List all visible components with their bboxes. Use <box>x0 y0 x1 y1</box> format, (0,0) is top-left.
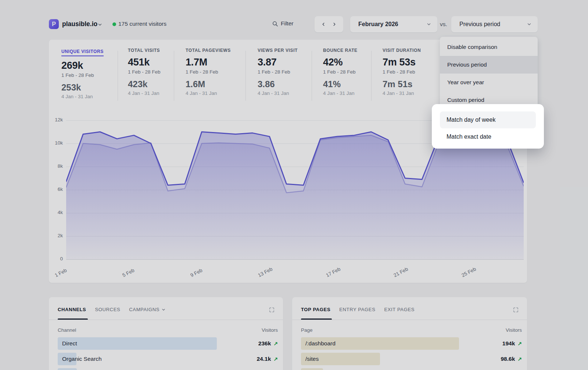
stat-prev-period: 4 Jan - 31 Jan <box>186 90 246 96</box>
chevron-down-icon <box>527 22 532 27</box>
table-row[interactable] <box>58 368 278 370</box>
stat-total-visits[interactable]: TOTAL VISITS451k1 Feb - 28 Feb423k4 Jan … <box>128 48 189 96</box>
stat-prev-period: 4 Jan - 31 Jan <box>61 94 122 99</box>
row-visitors: 98.6k↗ <box>501 356 522 362</box>
stat-label: UNIQUE VISITORS <box>61 49 104 56</box>
site-chevron-down-icon[interactable] <box>97 22 103 27</box>
row-bar <box>58 368 77 370</box>
stat-prev-period: 4 Jan - 31 Jan <box>258 90 318 96</box>
plausible-dashboard: P plausible.io 175 current visitors Filt… <box>0 0 588 370</box>
stat-views-per-visit[interactable]: VIEWS PER VISIT3.871 Feb - 28 Feb3.864 J… <box>258 48 318 96</box>
menu-item-year-over-year[interactable]: Year over year <box>440 74 538 91</box>
filter-label: Filter <box>281 20 293 27</box>
pages-tabs: TOP PAGESENTRY PAGESEXIT PAGES <box>301 307 415 312</box>
search-icon <box>272 21 278 27</box>
date-range-dropdown[interactable]: February 2026 <box>350 16 437 32</box>
stat-label: BOUNCE RATE <box>323 48 384 53</box>
stat-period: 1 Feb - 28 Feb <box>323 69 384 75</box>
row-label: /:dashboard <box>305 340 336 347</box>
stats-divider <box>118 51 118 101</box>
y-tick-label: 2k <box>49 233 63 238</box>
date-nav-group <box>315 16 343 32</box>
next-period-arrow-button[interactable] <box>332 22 337 27</box>
stat-visit-duration[interactable]: VISIT DURATION7m 53s1 Feb - 28 Feb7m 51s… <box>383 48 443 96</box>
popup-item-match-exact-date[interactable]: Match exact date <box>440 128 536 145</box>
stat-value: 42% <box>323 57 384 68</box>
chevron-down-icon <box>426 22 431 27</box>
table-columns: Channel Visitors <box>58 327 278 333</box>
current-visitors-count[interactable]: 175 current visitors <box>118 21 166 27</box>
trend-up-icon: ↗ <box>517 341 522 346</box>
tab-campaigns[interactable]: CAMPAIGNS <box>129 307 166 312</box>
table-row[interactable]: Direct236k↗ <box>58 337 278 350</box>
table-columns: Page Visitors <box>301 327 522 333</box>
chevron-down-icon <box>161 307 166 312</box>
vs-label: vs. <box>440 21 447 28</box>
pages-panel: TOP PAGESENTRY PAGESEXIT PAGES Page Visi… <box>292 297 527 370</box>
stat-period: 1 Feb - 28 Feb <box>383 69 443 75</box>
x-tick-label: 17 Feb <box>325 266 341 278</box>
stat-total-pageviews[interactable]: TOTAL PAGEVIEWS1.7M1 Feb - 28 Feb1.6M4 J… <box>186 48 246 96</box>
table-row[interactable]: Organic Search24.1k↗ <box>58 353 278 365</box>
stat-prev-period: 4 Jan - 31 Jan <box>128 90 189 96</box>
tab-sources[interactable]: SOURCES <box>95 307 120 312</box>
stat-label: TOTAL PAGEVIEWS <box>186 48 246 53</box>
x-tick-label: 1 Feb <box>54 267 68 278</box>
stat-prev-value: 3.86 <box>258 79 318 89</box>
column-visitors: Visitors <box>262 327 278 333</box>
stat-value: 3.87 <box>258 57 318 68</box>
stat-bounce-rate[interactable]: BOUNCE RATE42%1 Feb - 28 Feb41%4 Jan - 3… <box>323 48 384 96</box>
stat-prev-value: 423k <box>128 79 189 89</box>
popup-item-match-day-of-week[interactable]: Match day of week <box>440 111 536 128</box>
pages-table: /:dashboard194k↗/sites98.6k↗ <box>301 337 522 370</box>
stats-divider <box>174 51 174 101</box>
tab-label: CAMPAIGNS <box>129 307 159 312</box>
stat-prev-period: 4 Jan - 31 Jan <box>383 90 443 96</box>
tab-exit-pages[interactable]: EXIT PAGES <box>384 307 415 312</box>
table-row[interactable]: /sites98.6k↗ <box>301 353 522 365</box>
filter-button[interactable]: Filter <box>272 20 293 27</box>
row-visitors: 236k↗ <box>258 340 278 347</box>
site-name[interactable]: plausible.io <box>62 20 97 28</box>
channels-tabs: CHANNELSSOURCESCAMPAIGNS <box>58 307 166 312</box>
fullscreen-icon[interactable] <box>269 307 275 313</box>
stat-prev-period: 4 Jan - 31 Jan <box>323 90 384 96</box>
trend-up-icon: ↗ <box>273 356 278 362</box>
stat-prev-value: 253k <box>61 82 122 93</box>
tab-entry-pages[interactable]: ENTRY PAGES <box>339 307 375 312</box>
x-tick-label: 9 Feb <box>189 267 203 278</box>
tab-channels[interactable]: CHANNELS <box>58 307 86 312</box>
channels-table: Direct236k↗Organic Search24.1k↗ <box>58 337 278 370</box>
comparison-label: Previous period <box>459 21 500 28</box>
y-tick-label: 10k <box>49 140 63 146</box>
y-tick-label: 6k <box>49 186 63 192</box>
plausible-logo-icon: P <box>49 19 59 29</box>
column-channel: Channel <box>58 327 76 333</box>
stat-unique-visitors[interactable]: UNIQUE VISITORS269k1 Feb - 28 Feb253k4 J… <box>61 48 122 99</box>
live-visitors-dot-icon <box>112 22 116 26</box>
prev-period-arrow-button[interactable] <box>321 22 326 27</box>
date-range-label: February 2026 <box>358 21 398 28</box>
tabs-separator <box>292 320 527 320</box>
stats-divider <box>371 51 372 101</box>
row-label: /sites <box>305 356 319 362</box>
menu-item-previous-period[interactable]: Previous period <box>440 56 538 74</box>
table-row[interactable]: /:dashboard194k↗ <box>301 337 522 350</box>
fullscreen-icon[interactable] <box>513 307 519 313</box>
stat-value: 451k <box>128 57 189 68</box>
y-tick-label: 4k <box>49 210 63 215</box>
stat-period: 1 Feb - 28 Feb <box>186 69 246 75</box>
menu-item-disable-comparison[interactable]: Disable comparison <box>440 38 538 56</box>
table-row[interactable] <box>301 368 522 370</box>
row-value: 24.1k <box>257 356 271 362</box>
y-tick-label: 12k <box>49 117 63 122</box>
comparison-dropdown[interactable]: Previous period <box>451 16 538 32</box>
tab-top-pages[interactable]: TOP PAGES <box>301 307 330 312</box>
row-visitors: 24.1k↗ <box>257 356 278 362</box>
row-bar <box>58 337 217 350</box>
tab-label: SOURCES <box>95 307 120 312</box>
row-value: 236k <box>258 340 271 347</box>
y-tick-label: 8k <box>49 163 63 169</box>
stat-prev-value: 41% <box>323 79 384 89</box>
row-label: Organic Search <box>62 356 102 362</box>
